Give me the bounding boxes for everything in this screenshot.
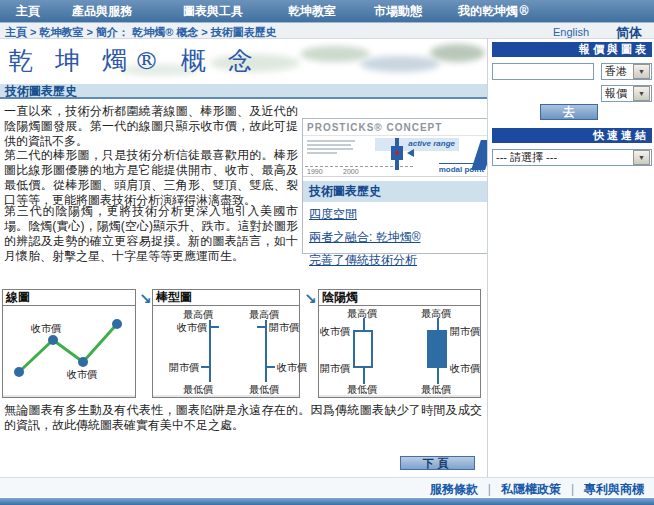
menu-item-four-dimensions[interactable]: 四度空間 [303, 202, 487, 225]
quote-type-select-value: 報價 [602, 86, 627, 101]
dropdown-arrow-icon[interactable]: ▼ [633, 150, 650, 165]
candle2-low-label: 最低價 [421, 383, 451, 397]
bar2-open-label: 開市價 [269, 321, 299, 335]
line-close-label-2: 收市價 [67, 368, 97, 382]
banner-text-line [307, 152, 337, 154]
bar2-low-label: 最低價 [249, 383, 279, 397]
paragraph-1: 一直以來，技術分析都圍繞著線圖、棒形圖、及近代的陰陽燭圖發展。第一代的線圖只顯示… [4, 104, 298, 149]
bar1-close-tick [211, 326, 219, 328]
banner-blue-shape [471, 140, 487, 170]
section-title: 技術圖表歷史 [0, 84, 487, 99]
banner-year-1990: 1990 [307, 168, 323, 175]
bar2-line [265, 320, 267, 382]
closing-paragraph: 無論圖表有多生動及有代表性，圖表陷阱是永遠存在的。因爲傳統圖表缺少了時間及成交的… [4, 403, 482, 433]
nav-item-my-prosticks[interactable]: 我的乾坤燭® [458, 3, 530, 20]
bar2-open-tick [257, 326, 265, 328]
banner-year-2000: 2000 [343, 168, 359, 175]
content-sidebar-divider [487, 38, 488, 477]
bar1-open-tick [201, 366, 209, 368]
watermark-blob [360, 56, 440, 72]
footer-link-patents[interactable]: 專利與商標 [584, 482, 644, 496]
dropdown-arrow-icon[interactable]: ▼ [633, 86, 650, 101]
footer: 服務條款|私隱權政策|專利與商標 [0, 477, 654, 498]
bar1-low-label: 最低價 [183, 383, 213, 397]
line-close-label-1: 收市價 [31, 322, 61, 336]
breadcrumb[interactable]: 主頁 > 乾坤教室 > 簡介： 乾坤燭® 概念 > 技術圖表歷史 [5, 25, 277, 40]
prosticks-banner-image: 1990 2000 active range modal point [303, 136, 487, 177]
candle1-close-label: 收市價 [320, 325, 350, 339]
concept-box-title: PROSTICKS® CONCEPT [303, 119, 487, 136]
candle1-high-label: 最高價 [347, 307, 377, 321]
page-title: 乾 坤 燭® 概 念 [8, 44, 260, 77]
quick-links-select[interactable]: --- 請選擇 --- ▼ [492, 149, 652, 166]
bar2-close-tick [267, 366, 275, 368]
candle2-open-label: 開市價 [450, 325, 480, 339]
bar-chart-title: 棒型圖 [153, 290, 299, 306]
dropdown-arrow-icon[interactable]: ▼ [633, 64, 650, 79]
nav-item-classroom[interactable]: 乾坤教室 [288, 3, 336, 20]
language-link-english[interactable]: English [553, 26, 589, 38]
nav-item-products[interactable]: 產品與服務 [72, 3, 132, 20]
page: 主頁 產品與服務 圖表與工具 乾坤教室 市場動態 我的乾坤燭® 主頁 > 乾坤教… [0, 0, 654, 505]
paragraph-3: 第三代的陰陽燭，更將技術分析更深入地引入美國市場。陰燭(實心)，陽燭(空心)顯示… [4, 204, 298, 264]
next-page-button[interactable]: 下頁 [400, 456, 475, 470]
candle-chart-box: 陰陽燭 最高價 收市價 開市價 最低價 最高價 開市價 收市價 最低價 [318, 289, 481, 398]
quote-type-select[interactable]: 報價 ▼ [601, 85, 652, 102]
market-select[interactable]: 香港 ▼ [601, 63, 652, 80]
bar2-high-label: 最高價 [249, 308, 279, 322]
menu-item-fusion-prosticks[interactable]: 兩者之融合: 乾坤燭® [303, 225, 487, 248]
banner-text-line [307, 144, 351, 146]
nav-item-home[interactable]: 主頁 [16, 3, 40, 20]
bar2-close-label: 收市價 [277, 361, 307, 375]
top-nav-bar: 主頁 產品與服務 圖表與工具 乾坤教室 市場動態 我的乾坤燭® [0, 0, 654, 23]
quotes-charts-header: 報價與圖表 [492, 42, 652, 57]
candle-chart-title: 陰陽燭 [319, 290, 480, 306]
prosticks-concept-box: PROSTICKS® CONCEPT 1990 2000 active rang… [302, 118, 488, 254]
bar-chart-box: 棒型圖 最高價 收市價 開市價 最低價 最高價 開市價 收市價 最低價 [152, 289, 300, 398]
banner-arrow-icon [407, 149, 414, 157]
nav-item-market[interactable]: 市場動態 [374, 3, 422, 20]
watermark-blob [430, 44, 485, 62]
banner-active-range-label: active range [408, 139, 455, 148]
bar1-close-label: 收市價 [177, 321, 207, 335]
footer-link-privacy[interactable]: 私隱權政策 [501, 482, 561, 496]
paragraph-2: 第二代的棒形圖，只是技術分析信徒最喜歡用的。棒形圖比線形圖優勝的地方是它能提供開… [4, 148, 298, 208]
footer-separator: | [561, 482, 584, 496]
candle2-body-filled [427, 330, 447, 368]
watermark-blob [300, 46, 370, 62]
candle2-close-label: 收市價 [450, 362, 480, 376]
candle1-low-label: 最低價 [347, 383, 377, 397]
breadcrumb-bar: 主頁 > 乾坤教室 > 簡介： 乾坤燭® 概念 > 技術圖表歷史 English… [0, 23, 654, 39]
banner-text-line [307, 148, 353, 150]
candle1-open-label: 開市價 [320, 362, 350, 376]
language-link-simplified[interactable]: 简体 [616, 24, 642, 42]
line-chart-title: 線圖 [3, 290, 135, 306]
footer-separator: | [478, 482, 501, 496]
banner-text-line [307, 140, 355, 142]
bar1-open-label: 開市價 [169, 361, 199, 375]
candle2-high-label: 最高價 [421, 307, 451, 321]
go-button[interactable]: 去 [540, 104, 598, 120]
quick-links-header: 快速連結 [492, 128, 652, 143]
concept-menu: 技術圖表歷史 四度空間 兩者之融合: 乾坤燭® 完善了傳統技術分析 [303, 181, 487, 271]
arrow-right-down-icon: ↘ [304, 290, 317, 308]
menu-item-chart-history[interactable]: 技術圖表歷史 [303, 181, 487, 202]
bottom-blue-bar [0, 497, 654, 505]
banner-modal-point-dot [395, 151, 399, 155]
candle1-body-hollow [353, 330, 373, 368]
footer-link-terms[interactable]: 服務條款 [430, 482, 478, 496]
bar1-line [209, 320, 211, 382]
page-logo-area: 乾 坤 燭® 概 念 [0, 40, 487, 82]
quick-links-select-value: --- 請選擇 --- [493, 150, 557, 165]
symbol-input[interactable] [492, 63, 594, 80]
line-chart-box: 線圖 收市價 收市價 [2, 289, 136, 398]
menu-item-perfecting-ta[interactable]: 完善了傳統技術分析 [303, 248, 487, 271]
market-select-value: 香港 [602, 64, 627, 79]
nav-item-charts[interactable]: 圖表與工具 [183, 3, 243, 20]
arrow-right-down-icon: ↘ [139, 290, 152, 308]
